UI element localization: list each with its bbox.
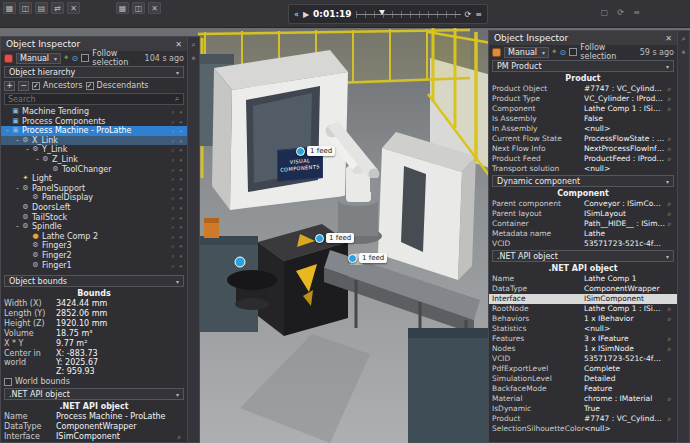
pick-icon[interactable]: ⌖ [64,53,69,63]
tree-item[interactable]: - Process Machine - ProLathe ⌕ ⌖ [1,126,187,136]
mode-select[interactable]: Manual ▾ [16,53,61,64]
tree-item[interactable]: Process Components ⌕ ⌖ [1,117,187,127]
play-icon[interactable]: ▶ [303,10,309,19]
feed-marker[interactable]: 1 feed [315,233,354,243]
tree-item[interactable]: Lathe Comp 2 ⌕ ⌖ [1,232,187,242]
feed-marker[interactable]: 1 feed [348,253,387,263]
inspect-icon[interactable]: ⌕ [665,144,674,154]
product-select[interactable]: PM Product ▾ [492,60,674,72]
tree-item[interactable]: - Y_Link ⌕ ⌖ [1,145,187,155]
row-pin-icon[interactable]: ⌖ [177,261,185,271]
tree-item[interactable]: Machine Tending ⌕ ⌖ [1,107,187,117]
tree-item[interactable]: Light ⌕ ⌖ [1,174,187,184]
row-pin-icon[interactable]: ⌖ [177,107,185,117]
hierarchy-mode-select[interactable]: Object hierarchy ▾ [4,66,184,78]
camera-icon[interactable]: ▢ [598,6,611,18]
expander-icon[interactable]: - [14,222,21,232]
row-pin-icon[interactable]: ⌖ [177,222,185,232]
property-row[interactable]: SimulationLevel Detailed ⌕ [489,374,677,384]
tree-item[interactable]: Finger1 ⌕ ⌖ [1,261,187,271]
row-pin-icon[interactable]: ⌖ [177,232,185,242]
property-row[interactable]: Behaviors 1 x IBehavior ⌕ [489,314,677,324]
property-row[interactable]: DataType ComponentWrapper ⌕ [489,284,677,294]
row-pin-icon[interactable]: ⌖ [177,145,185,155]
speed-slider[interactable] [356,10,461,19]
tree-item[interactable]: Finger3 ⌕ ⌖ [1,241,187,251]
inspect-icon[interactable]: ⌕ [665,199,674,209]
api-object-select[interactable]: .NET API object ▾ [4,388,184,400]
row-search-icon[interactable]: ⌕ [169,261,177,271]
row-search-icon[interactable]: ⌕ [169,193,177,203]
row-search-icon[interactable]: ⌕ [169,232,177,242]
row-search-icon[interactable]: ⌕ [169,165,177,175]
property-row[interactable]: Product #7747 : VC_Cylinder : ISimProduc… [489,414,677,424]
attach-icon[interactable]: ⊙ [560,48,567,57]
row-pin-icon[interactable]: ⌖ [177,136,185,146]
row-pin-icon[interactable]: ⌖ [177,213,185,223]
row-search-icon[interactable]: ⌕ [169,126,177,136]
mode-color-swatch[interactable] [492,48,501,57]
world-bounds-checkbox[interactable] [4,378,12,386]
property-row[interactable]: RootNode Lathe Comp 1 : ISimNode ⌕ [489,304,677,314]
follow-selection-checkbox[interactable] [81,54,89,62]
inspect-icon[interactable]: ⌕ [665,94,674,104]
bounds-row[interactable]: X * Y 9.77 m² [1,339,187,349]
row-pin-icon[interactable]: ⌖ [177,155,185,165]
reset-icon[interactable]: « [294,10,299,19]
bounds-row[interactable]: Length (Y) 2852.06 mm [1,309,187,319]
row-search-icon[interactable]: ⌕ [169,145,177,155]
tree-item[interactable]: - Z_Link ⌕ ⌖ [1,155,187,165]
row-search-icon[interactable]: ⌕ [169,203,177,213]
close-icon[interactable]: ✕ [67,2,80,14]
inspect-icon[interactable]: ⌕ [665,314,674,324]
tree-item[interactable]: ToolChanger ⌕ ⌖ [1,165,187,175]
slider-handle[interactable] [379,10,385,15]
row-pin-icon[interactable]: ⌖ [177,203,185,213]
mode-select[interactable]: Manual ▾ [504,47,549,58]
tree-item[interactable]: Finger2 ⌕ ⌖ [1,251,187,261]
tree-item[interactable]: - X_Link ⌕ ⌖ [1,136,187,146]
row-search-icon[interactable]: ⌕ [169,251,177,261]
row-pin-icon[interactable]: ⌖ [177,251,185,261]
row-pin-icon[interactable]: ⌖ [177,126,185,136]
row-search-icon[interactable]: ⌕ [169,184,177,194]
property-row[interactable]: Statistics <null> ⌕ [489,324,677,334]
inspect-icon[interactable]: ⌕ [665,304,674,314]
row-search-icon[interactable]: ⌕ [169,155,177,165]
search-input[interactable] [5,95,171,104]
property-row[interactable]: Metadata name Lathe ⌕ [489,229,677,239]
bounds-mode-select[interactable]: Object bounds ▾ [4,275,184,287]
tree-item[interactable]: DoorsLeft ⌕ ⌖ [1,203,187,213]
expander-icon[interactable]: - [14,184,21,194]
expander-icon[interactable]: - [14,136,21,146]
property-row[interactable]: Name Lathe Comp 1 ⌕ [489,274,677,284]
row-search-icon[interactable]: ⌕ [169,107,177,117]
inspect-icon[interactable]: ⌕ [665,219,674,229]
playback-menu-icon[interactable]: ≡ [475,10,482,19]
strip-search-icon[interactable]: ⌕ [681,34,685,44]
descendants-checkbox[interactable] [86,82,94,90]
inspect-icon[interactable]: ⌕ [665,394,674,404]
property-row[interactable]: In Assembly <null> ⌕ [489,124,677,134]
row-search-icon[interactable]: ⌕ [169,213,177,223]
property-row[interactable]: PdfExportLevel Complete ⌕ [489,364,677,374]
property-row[interactable]: Product Object #7747 : VC_Cylinder : ISi… [489,84,677,94]
dock-columns-icon[interactable]: ◫ [19,2,32,14]
row-search-icon[interactable]: ⌕ [169,222,177,232]
dock-rows-icon[interactable]: ▤ [35,2,48,14]
property-row[interactable]: Nodes 1 x ISimNode ⌕ [489,344,677,354]
row-pin-icon[interactable]: ⌖ [177,165,185,175]
loop-icon[interactable]: ⟳ [465,10,472,19]
property-row[interactable]: VCID 53571723-521c-4f59-a2ed-ed367e80b16… [489,239,677,249]
close-icon[interactable]: ✕ [175,40,182,49]
feed-marker[interactable]: 1 feed [296,146,335,156]
strip-search-icon[interactable]: ⌕ [191,40,195,50]
expander-icon[interactable]: - [34,155,41,165]
row-search-icon[interactable]: ⌕ [169,241,177,251]
dock-grid-icon[interactable]: ▦ [3,2,16,14]
bounds-row[interactable]: Width (X) 3424.44 mm [1,299,187,309]
property-row[interactable]: Product Feed ProductFeed : IProductFeed … [489,154,677,164]
property-row[interactable]: Interface ISimComponent ⌕ [489,294,677,304]
property-row[interactable]: Parent layout ISimLayout ⌕ [489,209,677,219]
row-pin-icon[interactable]: ⌖ [177,184,185,194]
